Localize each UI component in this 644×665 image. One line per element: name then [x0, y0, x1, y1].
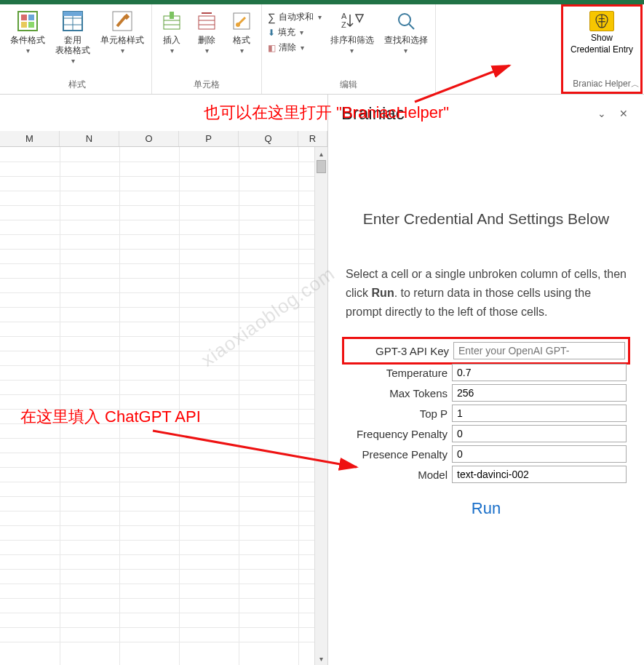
- sort-filter-button[interactable]: AZ 排序和筛选 ▾: [327, 7, 377, 56]
- temperature-label: Temperature: [346, 367, 448, 379]
- group-label-editing: 编辑: [340, 79, 357, 91]
- cell-styles-icon: [110, 9, 135, 33]
- vertical-scrollbar[interactable]: ▴ ▾: [314, 147, 327, 665]
- cell-grid[interactable]: ▴ ▾: [0, 147, 327, 665]
- find-select-label: 查找和选择: [384, 35, 428, 45]
- chevron-down-icon: ▾: [240, 47, 244, 55]
- insert-label: 插入: [163, 35, 180, 45]
- max-tokens-row: Max Tokens: [346, 384, 627, 402]
- sigma-icon: ∑: [268, 11, 276, 23]
- fill-label: 填充: [278, 26, 295, 39]
- model-input[interactable]: [452, 466, 627, 483]
- conditional-format-icon: [15, 9, 40, 33]
- freq-penalty-label: Frequency Penalty: [346, 428, 448, 440]
- svg-line-25: [409, 24, 414, 29]
- ribbon-group-cells: 插入 ▾ 删除 ▾ 格式 ▾ 单元格: [152, 4, 262, 94]
- column-headers: M N O P Q R: [0, 131, 327, 147]
- scrollbar-thumb[interactable]: [317, 160, 326, 173]
- svg-rect-0: [18, 12, 37, 31]
- settings-form: GPT-3 API Key Temperature Max Tokens Top…: [346, 341, 627, 483]
- delete-label: 删除: [198, 35, 215, 45]
- group-label-braniac: Braniac Helper: [573, 79, 630, 89]
- model-label: Model: [346, 469, 448, 481]
- col-header[interactable]: O: [119, 131, 179, 146]
- col-header[interactable]: P: [179, 131, 239, 146]
- col-header[interactable]: N: [60, 131, 119, 146]
- format-cells-icon: [229, 9, 254, 33]
- show-credential-line1: Show: [591, 33, 613, 43]
- freq-penalty-input[interactable]: [452, 425, 627, 442]
- svg-rect-3: [21, 22, 27, 28]
- pres-penalty-input[interactable]: [452, 445, 627, 463]
- autosum-button[interactable]: ∑ 自动求和 ▾: [266, 10, 323, 24]
- chevron-down-icon: ▾: [404, 47, 408, 55]
- top-p-label: Top P: [346, 407, 448, 420]
- conditional-format-button[interactable]: 条件格式 ▾: [7, 7, 48, 56]
- svg-rect-2: [28, 15, 34, 20]
- chevron-down-icon: ▾: [170, 47, 174, 55]
- format-button[interactable]: 格式 ▾: [226, 7, 257, 56]
- ribbon: 条件格式 ▾ 套用 表格格式 ▾ 单元格样式 ▾ 样式: [0, 4, 644, 95]
- format-label: 格式: [233, 35, 250, 45]
- sort-filter-label: 排序和筛选: [330, 35, 374, 45]
- svg-point-24: [399, 14, 410, 25]
- scroll-up-icon[interactable]: ▴: [315, 147, 327, 160]
- svg-point-21: [236, 23, 240, 27]
- delete-cells-icon: [194, 9, 219, 33]
- fill-button[interactable]: ⬇ 填充 ▾: [266, 25, 323, 39]
- instr-bold: Run: [372, 287, 394, 299]
- close-icon: ✕: [619, 108, 628, 119]
- col-header[interactable]: R: [298, 131, 327, 146]
- insert-cells-icon: [159, 9, 184, 33]
- cell-styles-label: 单元格样式: [100, 35, 144, 45]
- top-p-input[interactable]: [452, 405, 627, 422]
- pane-menu-button[interactable]: ⌄: [595, 105, 609, 122]
- insert-button[interactable]: 插入 ▾: [156, 7, 187, 56]
- show-credential-entry-button[interactable]: Show Credential Entry: [568, 8, 636, 57]
- svg-text:A: A: [341, 12, 347, 20]
- col-header[interactable]: Q: [239, 131, 298, 146]
- temperature-row: Temperature: [346, 364, 627, 381]
- chevron-down-icon: ▾: [71, 57, 75, 65]
- chevron-down-icon: ⌄: [597, 108, 606, 119]
- chevron-down-icon: ▾: [300, 28, 303, 36]
- group-label-cells: 单元格: [194, 79, 220, 91]
- svg-text:Z: Z: [341, 20, 346, 29]
- api-key-input[interactable]: [453, 342, 625, 359]
- pres-penalty-row: Presence Penalty: [346, 445, 627, 463]
- pane-close-button[interactable]: ✕: [616, 105, 631, 122]
- model-row: Model: [346, 466, 627, 483]
- max-tokens-input[interactable]: [452, 384, 627, 402]
- group-label-styles: 样式: [68, 79, 86, 91]
- conditional-format-label: 条件格式: [10, 35, 45, 45]
- svg-rect-4: [28, 22, 34, 28]
- format-as-table-label: 套用 表格格式: [55, 35, 90, 55]
- format-as-table-button[interactable]: 套用 表格格式 ▾: [52, 7, 93, 66]
- cell-styles-button[interactable]: 单元格样式 ▾: [98, 7, 147, 56]
- worksheet: M N O P Q R ▴ ▾: [0, 95, 328, 665]
- top-p-row: Top P: [346, 405, 627, 422]
- run-link[interactable]: Run: [472, 499, 501, 517]
- delete-button[interactable]: 删除 ▾: [191, 7, 222, 56]
- sort-filter-icon: AZ: [340, 9, 365, 33]
- main-area: M N O P Q R ▴ ▾ Brainiac ⌄ ✕ Enter: [0, 95, 644, 665]
- clear-label: 清除: [279, 41, 296, 54]
- scroll-down-icon[interactable]: ▾: [315, 652, 327, 665]
- svg-rect-15: [170, 12, 174, 19]
- chevron-down-icon: ▾: [121, 47, 124, 55]
- ribbon-collapse-button[interactable]: ︿: [631, 79, 640, 91]
- find-select-button[interactable]: 查找和选择 ▾: [381, 7, 431, 56]
- chevron-down-icon: ▾: [301, 44, 304, 52]
- brain-icon: [589, 11, 614, 31]
- clear-button[interactable]: ◧ 清除 ▾: [266, 41, 323, 55]
- ribbon-group-editing: ∑ 自动求和 ▾ ⬇ 填充 ▾ ◧ 清除 ▾ AZ: [262, 4, 436, 94]
- col-header[interactable]: M: [0, 131, 60, 146]
- temperature-input[interactable]: [452, 364, 627, 381]
- credential-heading: Enter Credential And Settings Below: [346, 208, 627, 230]
- pres-penalty-label: Presence Penalty: [346, 448, 448, 461]
- max-tokens-label: Max Tokens: [346, 387, 448, 399]
- eraser-icon: ◧: [268, 43, 276, 53]
- svg-rect-1: [21, 15, 27, 20]
- ribbon-group-styles: 条件格式 ▾ 套用 表格格式 ▾ 单元格样式 ▾ 样式: [3, 4, 152, 94]
- format-as-table-icon: [60, 9, 85, 33]
